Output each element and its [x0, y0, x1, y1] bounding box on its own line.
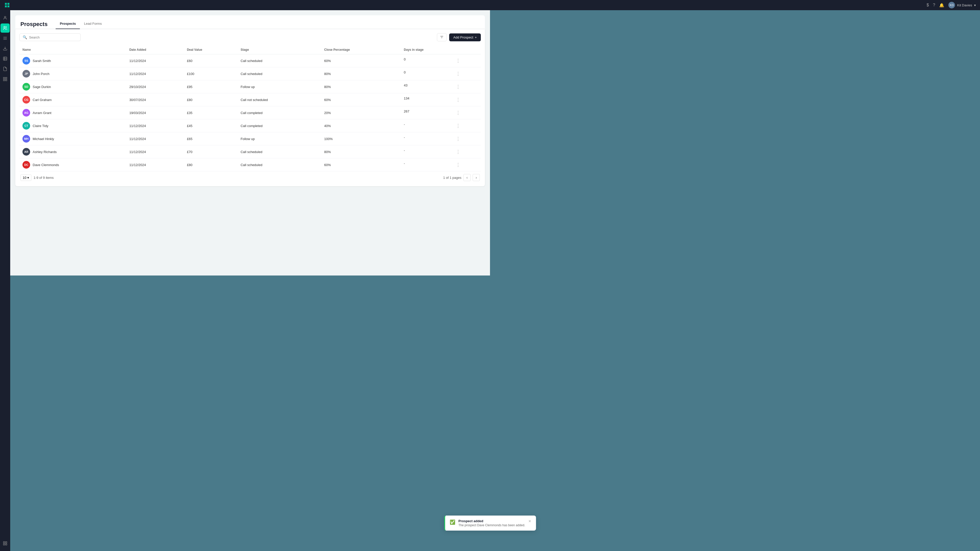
- col-deal-value: Deal Value: [184, 45, 237, 54]
- tab-lead-forms[interactable]: Lead Forms: [80, 20, 106, 29]
- prospect-name[interactable]: Avram Grant: [33, 111, 51, 115]
- pagination: 10 ▾ 1-9 of 9 items 1 of 1 pages ‹ ›: [19, 171, 481, 182]
- cell-name: CT Claire Tidy: [19, 119, 126, 132]
- sidebar-item-menu[interactable]: [0, 34, 10, 43]
- cell-stage: Call scheduled: [238, 159, 321, 171]
- cell-deal: £35: [184, 106, 237, 119]
- sidebar-item-document[interactable]: [0, 64, 10, 73]
- sidebar-item-user[interactable]: [0, 13, 10, 22]
- app-logo[interactable]: [4, 2, 10, 8]
- cell-name: AG Avram Grant: [19, 106, 126, 119]
- prospect-name[interactable]: Sage Durkin: [33, 85, 51, 89]
- add-prospect-button[interactable]: Add Prospect +: [449, 33, 481, 41]
- toolbar-right: Add Prospect +: [437, 33, 481, 41]
- avatar: MH: [22, 135, 30, 143]
- table-row: SS Sarah Smith 11/12/2024 £60 Call sched…: [19, 54, 481, 67]
- row-more-button[interactable]: ⋮: [454, 110, 463, 116]
- cell-close-pct: 80%: [321, 80, 401, 94]
- cell-name: MH Michael Hinkly: [19, 132, 126, 145]
- cell-days: 0 ⋮: [401, 67, 466, 80]
- sidebar-item-prospects[interactable]: [0, 24, 10, 33]
- sidebar-item-download[interactable]: [0, 44, 10, 53]
- avatar: JP: [22, 70, 30, 78]
- table-row: AR Ashley Richards 11/12/2024 £70 Call s…: [19, 145, 481, 159]
- avatar: DC: [22, 161, 30, 168]
- cell-days: 267 ⋮: [401, 106, 466, 119]
- row-more-button[interactable]: ⋮: [454, 162, 463, 168]
- row-more-button[interactable]: ⋮: [454, 57, 463, 64]
- cell-close-pct: 100%: [321, 132, 401, 145]
- cell-close-pct: 80%: [321, 145, 401, 159]
- prev-page-button[interactable]: ‹: [463, 174, 471, 181]
- avatar: SS: [22, 57, 30, 65]
- cell-deal: £70: [184, 145, 237, 159]
- svg-rect-10: [3, 77, 5, 79]
- prospect-name[interactable]: Ashley Richards: [33, 150, 57, 154]
- row-more-button[interactable]: ⋮: [454, 97, 463, 103]
- cell-close-pct: 60%: [321, 159, 401, 171]
- table-row: SD Sage Durkin 29/10/2024 £95 Follow up …: [19, 80, 481, 94]
- row-more-button[interactable]: ⋮: [454, 83, 463, 90]
- cell-days: - ⋮: [401, 159, 466, 171]
- cell-close-pct: 60%: [321, 94, 401, 106]
- row-more-button[interactable]: ⋮: [454, 70, 463, 77]
- page-info: 1 of 1 pages: [443, 176, 461, 179]
- row-more-button[interactable]: ⋮: [454, 135, 463, 142]
- cell-date: 11/12/2024: [126, 132, 184, 145]
- sidebar-item-grid[interactable]: [0, 75, 10, 84]
- table-row: JP John Porch 11/12/2024 £100 Call sched…: [19, 67, 481, 80]
- plus-icon: +: [475, 35, 477, 39]
- cell-date: 11/12/2024: [126, 67, 184, 80]
- svg-point-0: [4, 16, 6, 18]
- prospect-name[interactable]: John Porch: [33, 72, 49, 76]
- avatar: AG: [22, 109, 30, 117]
- col-date-added: Date Added: [126, 45, 184, 54]
- page-title: Prospects: [21, 21, 48, 27]
- sidebar-item-table[interactable]: [0, 54, 10, 63]
- prospect-name[interactable]: Claire Tidy: [33, 124, 48, 128]
- cell-days: 0 ⋮: [401, 54, 466, 67]
- cell-deal: £95: [184, 80, 237, 94]
- cell-date: 11/12/2024: [126, 119, 184, 132]
- prospect-name[interactable]: Sarah Smith: [33, 59, 51, 63]
- filter-button[interactable]: [437, 33, 447, 41]
- row-more-button[interactable]: ⋮: [454, 122, 463, 129]
- cell-close-pct: 20%: [321, 106, 401, 119]
- search-icon: 🔍: [23, 35, 27, 39]
- cell-name: SD Sage Durkin: [19, 80, 126, 94]
- prospect-name[interactable]: Dave Clemmonds: [33, 163, 59, 167]
- table-container: 🔍 Add Prospect + Name Date: [15, 29, 485, 186]
- col-actions: [466, 45, 481, 54]
- cell-days: 134 ⋮: [401, 94, 466, 106]
- row-more-button[interactable]: ⋮: [454, 148, 463, 155]
- table-header: Name Date Added Deal Value Stage Close P…: [19, 45, 481, 54]
- table-row: CT Claire Tidy 11/12/2024 £45 Call compl…: [19, 119, 481, 132]
- avatar: CT: [22, 122, 30, 130]
- cell-stage: Follow up: [238, 132, 321, 145]
- pagination-right: 1 of 1 pages ‹ ›: [443, 174, 480, 181]
- svg-rect-12: [3, 79, 5, 81]
- next-page-button[interactable]: ›: [473, 174, 480, 181]
- cell-days: - ⋮: [401, 145, 466, 159]
- cell-deal: £80: [184, 94, 237, 106]
- per-page-select[interactable]: 10 ▾: [21, 175, 32, 181]
- cell-days: 43 ⋮: [401, 80, 466, 94]
- cell-date: 29/10/2024: [126, 80, 184, 94]
- chevron-down-icon: ▾: [27, 176, 29, 179]
- prospect-name[interactable]: Michael Hinkly: [33, 137, 54, 141]
- prospect-name[interactable]: Carl Graham: [33, 98, 52, 102]
- cell-stage: Call scheduled: [238, 67, 321, 80]
- sidebar: [0, 10, 10, 275]
- search-input[interactable]: [29, 35, 77, 39]
- table-row: MH Michael Hinkly 11/12/2024 £65 Follow …: [19, 132, 481, 145]
- col-days-in-stage: Days in stage: [401, 45, 466, 54]
- search-box[interactable]: 🔍: [19, 33, 81, 41]
- cell-stage: Follow up: [238, 80, 321, 94]
- avatar: CG: [22, 96, 30, 103]
- cell-date: 19/03/2024: [126, 106, 184, 119]
- cell-stage: Call scheduled: [238, 145, 321, 159]
- page-header: Prospects Prospects Lead Forms: [15, 15, 485, 29]
- cell-date: 30/07/2024: [126, 94, 184, 106]
- tab-prospects[interactable]: Prospects: [56, 20, 80, 29]
- cell-stage: Call completed: [238, 106, 321, 119]
